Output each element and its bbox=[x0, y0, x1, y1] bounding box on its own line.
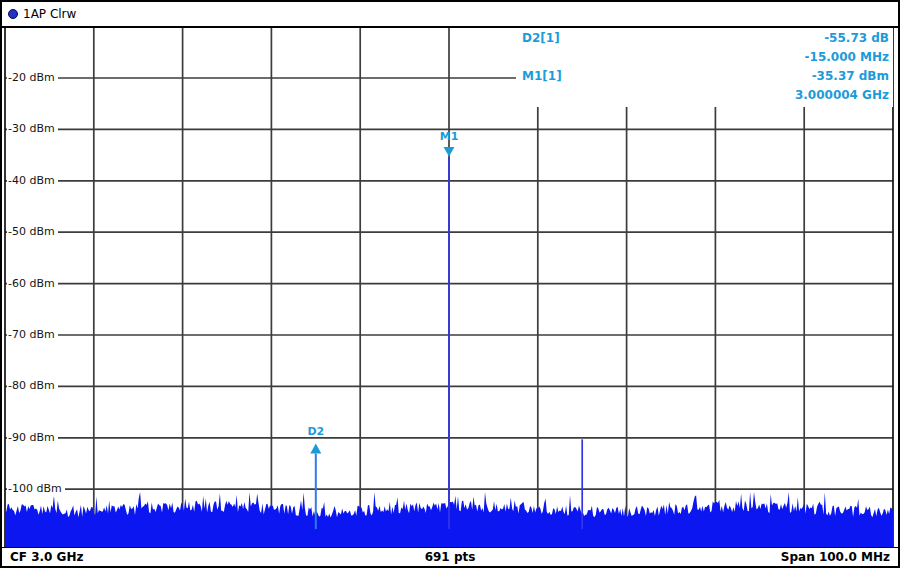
spectrum-analyzer-window: 1AP Clrw -20 dBm-30 dBm-40 dBm-50 dBm-60… bbox=[0, 0, 900, 568]
y-axis-label: -30 dBm bbox=[7, 121, 58, 137]
y-axis-label: -100 dBm bbox=[7, 481, 65, 497]
trace-mode-label: 1AP Clrw bbox=[23, 7, 76, 21]
trace1-color-dot-icon bbox=[8, 9, 18, 19]
marker-m1-level: -35.37 dBm bbox=[812, 69, 889, 83]
marker-readout-row-m1: M1[1] -35.37 dBm bbox=[516, 67, 893, 86]
y-axis-label: -50 dBm bbox=[7, 224, 58, 240]
y-axis-label: -70 dBm bbox=[7, 327, 58, 343]
marker-readout-row-d2-freq: -15.000 MHz bbox=[516, 47, 893, 66]
trace-status-bar: 1AP Clrw bbox=[2, 2, 898, 28]
center-frequency-field: CF 3.0 GHz bbox=[10, 550, 84, 564]
m1-marker-symbol[interactable] bbox=[444, 147, 455, 157]
marker-d2-frequency: -15.000 MHz bbox=[805, 50, 889, 64]
spectrum-plot-area: -20 dBm-30 dBm-40 dBm-50 dBm-60 dBm-70 d… bbox=[2, 28, 898, 547]
y-axis-label: -90 dBm bbox=[7, 430, 58, 446]
y-axis-label: -80 dBm bbox=[7, 378, 58, 394]
y-axis-label: -40 dBm bbox=[7, 173, 58, 189]
marker-m1-frequency: 3.000004 GHz bbox=[795, 88, 889, 102]
y-axis-label: -20 dBm bbox=[7, 70, 58, 86]
m1-marker-plot-label[interactable]: M1 bbox=[436, 130, 462, 143]
sweep-points-field: 691 pts bbox=[425, 550, 476, 564]
y-axis-label: -60 dBm bbox=[7, 276, 58, 292]
marker-readout-panel: D2[1] -55.73 dB -15.000 MHz M1[1] -35.37… bbox=[516, 28, 893, 107]
marker-d2-name: D2[1] bbox=[522, 31, 560, 45]
d2-marker-symbol[interactable] bbox=[310, 443, 321, 453]
d2-marker-plot-label[interactable]: D2 bbox=[303, 425, 329, 438]
marker-d2-level: -55.73 dB bbox=[824, 31, 889, 45]
span-field: Span 100.0 MHz bbox=[781, 550, 890, 564]
sweep-settings-bar: CF 3.0 GHz 691 pts Span 100.0 MHz bbox=[2, 547, 898, 566]
marker-m1-name: M1[1] bbox=[522, 69, 562, 83]
marker-readout-row-m1-freq: 3.000004 GHz bbox=[516, 86, 893, 105]
marker-readout-row-d2: D2[1] -55.73 dB bbox=[516, 28, 893, 47]
